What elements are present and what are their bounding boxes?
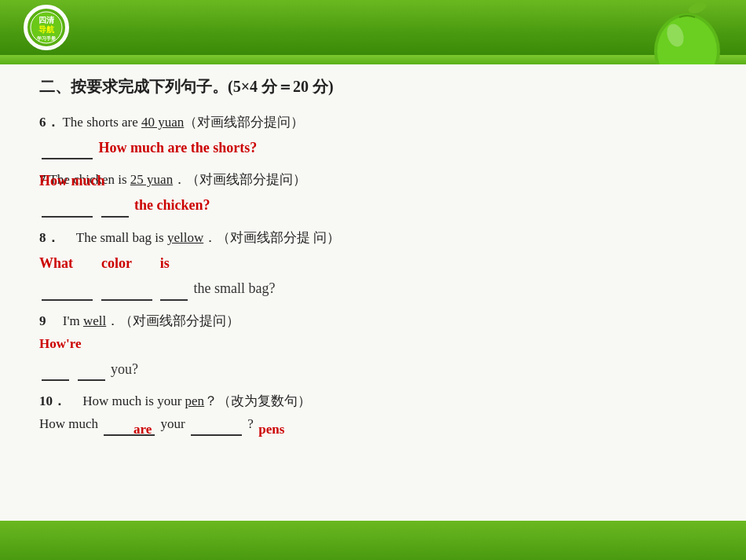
q6-num: 6． — [39, 115, 60, 130]
q6-answer: How much are the shorts? — [39, 136, 707, 160]
q7-text: 7 The chicken is 25 yuan．（对画线部分提问） — [39, 169, 707, 192]
svg-text:学习手册: 学习手册 — [37, 35, 57, 41]
q9-blanks: you? — [39, 357, 707, 382]
section-title: 二、按要求完成下列句子。(5×4 分＝20 分) — [39, 76, 707, 97]
q8-text: 8． The small bag is yellow．（对画线部分提 问） — [39, 227, 707, 250]
q7-answer-text: the chicken? — [134, 197, 210, 213]
q10-num: 10． — [39, 393, 66, 408]
question-9: 9 I'm well．（对画线部分提问） How're you? — [39, 310, 707, 381]
logo-area: 四清 导航 学习手册 — [0, 5, 69, 50]
q10-text: 10． How much is your pen？（改为复数句） — [39, 390, 707, 413]
q6-original: The shorts are 40 yuan（对画线部分提问） — [62, 115, 304, 130]
svg-text:导航: 导航 — [38, 25, 55, 34]
q9-blank2 — [78, 364, 105, 381]
q8-answer: What color is — [39, 251, 707, 276]
q6-text: 6． The shorts are 40 yuan（对画线部分提问） — [39, 112, 707, 134]
q8-num: 8． — [39, 230, 60, 245]
q8-what: What color is — [39, 255, 170, 271]
q8-answer-text: the small bag? — [194, 280, 276, 296]
svg-text:四清: 四清 — [38, 16, 55, 24]
q7-answer-overlay: How much — [39, 169, 105, 193]
q9-num: 9 — [39, 313, 46, 328]
q10-answer-overlay: are pens — [39, 419, 707, 441]
q8-underlined: yellow — [167, 230, 203, 245]
q7-blank2 — [101, 200, 129, 218]
q7-blank1 — [42, 200, 93, 218]
q9-answer-overlay: How're — [39, 333, 707, 356]
q9-text: 9 I'm well．（对画线部分提问） — [39, 310, 707, 333]
question-8: 8． The small bag is yellow．（对画线部分提 问） Wh… — [39, 227, 707, 301]
q6-underlined: 40 yuan — [141, 115, 184, 130]
question-10: 10． How much is your pen？（改为复数句） How muc… — [39, 390, 707, 441]
q10-underlined: pen — [185, 393, 205, 408]
logo-circle: 四清 导航 学习手册 — [24, 5, 69, 50]
q9-you: you? — [111, 361, 138, 377]
q6-answer-text: How much are the shorts? — [99, 140, 258, 156]
main-content: 二、按要求完成下列句子。(5×4 分＝20 分) 6． The shorts a… — [0, 64, 746, 521]
q9-original: I'm well．（对画线部分提问） — [49, 313, 240, 328]
q7-wrapper: 7 The chicken is 25 yuan．（对画线部分提问） How m… — [39, 169, 707, 192]
q7-how: How much — [39, 173, 105, 188]
q7-answer: the chicken? — [39, 193, 707, 218]
q8-original: The small bag is yellow．（对画线部分提 问） — [63, 230, 341, 245]
green-strip — [0, 55, 746, 64]
svg-point-5 — [687, 0, 708, 15]
q8-blank1 — [42, 284, 93, 301]
q6-blank1-line — [42, 142, 93, 159]
q9-blank1 — [42, 364, 69, 381]
q8-blanks: the small bag? — [39, 276, 707, 301]
q10-how-much: How much — [39, 416, 98, 431]
question-6: 6． The shorts are 40 yuan（对画线部分提问） How m… — [39, 112, 707, 159]
q8-blank2 — [101, 284, 152, 301]
q7-underlined: 25 yuan — [130, 172, 173, 187]
q10-are: are pens — [133, 422, 284, 437]
q10-original: How much is your pen？（改为复数句） — [69, 393, 311, 408]
header-bar: 四清 导航 学习手册 — [0, 0, 746, 55]
q8-blank3 — [160, 284, 188, 301]
q9-underlined: well — [83, 313, 106, 328]
q6-blank1 — [39, 140, 95, 156]
question-7: 7 The chicken is 25 yuan．（对画线部分提问） How m… — [39, 169, 707, 217]
bottom-bar — [0, 521, 746, 560]
